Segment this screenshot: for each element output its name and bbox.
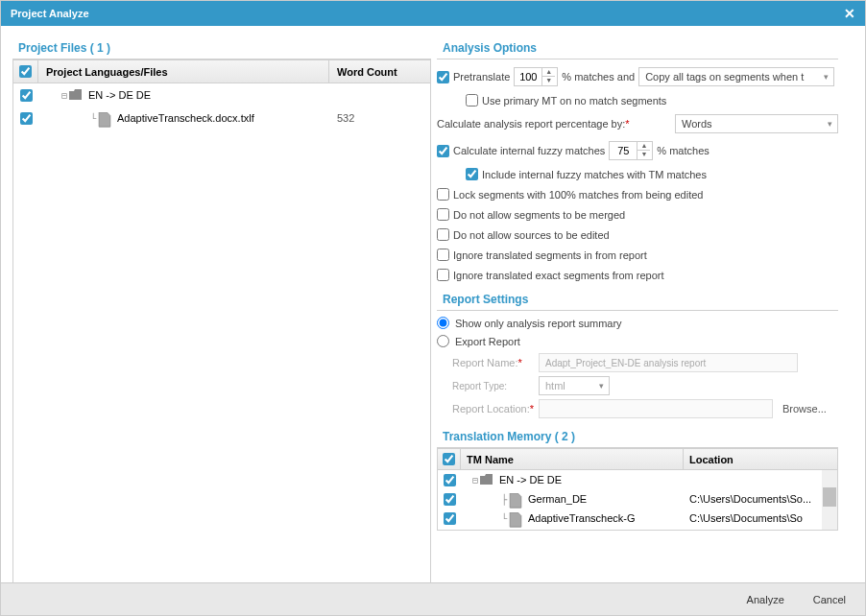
- spinner-down-icon[interactable]: ▼: [637, 151, 650, 159]
- file-wordcount: 532: [329, 112, 430, 124]
- primary-mt-checkbox[interactable]: [466, 94, 478, 107]
- col-tm-loc: Location: [684, 449, 837, 469]
- tm-select-all-checkbox[interactable]: [443, 453, 455, 465]
- project-files-title: Project Files ( 1 ): [12, 37, 431, 59]
- dialog-title: Project Analyze: [11, 1, 89, 26]
- calc-fuzzy-label: Calculate internal fuzzy matches: [453, 145, 605, 156]
- report-name-label: Report Name:*: [452, 357, 539, 368]
- matches-and-label: % matches and: [562, 71, 635, 83]
- fuzzy-value[interactable]: [610, 145, 637, 156]
- spinner-up-icon[interactable]: ▲: [637, 142, 650, 151]
- browse-button[interactable]: Browse...: [782, 403, 827, 415]
- export-report-label: Export Report: [455, 336, 520, 347]
- tm-name: AdaptiveTranscheck-G: [528, 512, 635, 524]
- ignore-exact-label: Ignore translated exact segments from re…: [453, 270, 664, 281]
- tm-lang-row[interactable]: ⊟ EN -> DE DE: [438, 470, 837, 489]
- file-icon: [98, 112, 111, 124]
- analyze-button[interactable]: Analyze: [747, 594, 784, 605]
- file-checkbox[interactable]: [20, 112, 33, 125]
- no-merge-label: Do not allow segments to be merged: [453, 209, 625, 221]
- tm-name: German_DE: [528, 493, 587, 505]
- ignore-translated-checkbox[interactable]: [437, 249, 449, 261]
- files-select-all-checkbox[interactable]: [19, 65, 32, 78]
- scrollbar-thumb[interactable]: [823, 487, 836, 507]
- tm-title: Translation Memory ( 2 ): [437, 426, 838, 448]
- analysis-options-title: Analysis Options: [437, 37, 838, 59]
- options-panel: Analysis Options Pretranslate ▲▼ % match…: [431, 26, 854, 582]
- include-fuzzy-label: Include internal fuzzy matches with TM m…: [482, 169, 707, 180]
- tm-checkbox[interactable]: [444, 493, 456, 506]
- show-summary-radio[interactable]: [437, 317, 449, 329]
- col-wordcount: Word Count: [329, 60, 430, 83]
- file-label: AdaptiveTranscheck.docx.txlf: [117, 112, 254, 124]
- report-loc-label: Report Location:*: [452, 403, 539, 415]
- project-analyze-dialog: Project Analyze ✕ Project Files ( 1 ) Pr…: [0, 0, 866, 616]
- tree-expand-icon[interactable]: ⊟: [61, 90, 67, 101]
- file-icon: [509, 512, 522, 524]
- lock-segments-checkbox[interactable]: [437, 188, 449, 201]
- tm-row[interactable]: └ AdaptiveTranscheck-G C:\Users\Document…: [438, 509, 837, 528]
- report-name-field: [539, 353, 798, 372]
- pretranslate-spinner[interactable]: ▲▼: [514, 67, 558, 86]
- calc-percent-label: Calculate analysis report percentage by:…: [437, 118, 630, 130]
- tm-location: C:\Users\Documents\So...: [684, 493, 837, 505]
- tm-table: TM Name Location ⊟ EN -> DE DE: [437, 448, 838, 531]
- pct-matches-label: % matches: [657, 145, 709, 156]
- pretranslate-value[interactable]: [515, 71, 541, 83]
- lock-segments-label: Lock segments with 100% matches from bei…: [453, 189, 703, 201]
- pretranslate-label: Pretranslate: [453, 71, 510, 83]
- pretranslate-checkbox[interactable]: [437, 71, 449, 83]
- tree-leaf-icon: └: [90, 113, 96, 124]
- spinner-down-icon[interactable]: ▼: [542, 77, 555, 85]
- ignore-exact-checkbox[interactable]: [437, 269, 449, 281]
- calc-fuzzy-checkbox[interactable]: [437, 145, 449, 157]
- tm-lang-label: EN -> DE DE: [499, 474, 562, 486]
- include-fuzzy-checkbox[interactable]: [466, 168, 478, 180]
- cancel-button[interactable]: Cancel: [813, 594, 846, 605]
- report-type-label: Report Type:: [452, 381, 539, 391]
- file-row[interactable]: └ AdaptiveTranscheck.docx.txlf 532: [13, 107, 430, 130]
- tm-location: C:\Users\Documents\So: [684, 512, 837, 524]
- no-edit-src-label: Do not allow sources to be edited: [453, 229, 610, 241]
- no-edit-src-checkbox[interactable]: [437, 228, 449, 241]
- fuzzy-spinner[interactable]: ▲▼: [609, 141, 653, 160]
- close-icon[interactable]: ✕: [844, 1, 855, 26]
- report-loc-field: [539, 399, 773, 418]
- no-merge-checkbox[interactable]: [437, 208, 449, 221]
- tm-scrollbar[interactable]: [822, 470, 837, 530]
- tree-expand-icon[interactable]: ⊟: [472, 475, 478, 486]
- percent-by-dropdown[interactable]: Words: [675, 114, 838, 133]
- spinner-up-icon[interactable]: ▲: [542, 68, 555, 77]
- col-tm-name: TM Name: [461, 449, 684, 469]
- col-languages-files: Project Languages/Files: [38, 60, 329, 83]
- lang-checkbox[interactable]: [20, 89, 33, 102]
- tm-row[interactable]: ├ German_DE C:\Users\Documents\So...: [438, 489, 837, 509]
- folder-icon: [480, 474, 493, 486]
- ignore-translated-label: Ignore translated segments in from repor…: [453, 249, 647, 261]
- language-row[interactable]: ⊟ EN -> DE DE: [13, 83, 430, 107]
- project-files-panel: Project Files ( 1 ) Project Languages/Fi…: [1, 26, 431, 582]
- export-report-radio[interactable]: [437, 335, 449, 347]
- tm-lang-checkbox[interactable]: [444, 474, 456, 486]
- titlebar: Project Analyze ✕: [1, 1, 865, 26]
- dialog-footer: Analyze Cancel: [1, 582, 865, 615]
- show-summary-label: Show only analysis report summary: [455, 318, 622, 329]
- files-table: Project Languages/Files Word Count ⊟ EN …: [12, 59, 431, 597]
- report-type-dropdown: html: [539, 376, 610, 395]
- tm-checkbox[interactable]: [444, 512, 456, 525]
- file-icon: [509, 493, 522, 505]
- tag-behavior-dropdown[interactable]: Copy all tags on segments when t: [638, 67, 834, 86]
- lang-label: EN -> DE DE: [88, 89, 151, 101]
- primary-mt-label: Use primary MT on no match segments: [482, 95, 666, 107]
- folder-icon: [69, 89, 83, 101]
- report-settings-title: Report Settings: [437, 289, 838, 311]
